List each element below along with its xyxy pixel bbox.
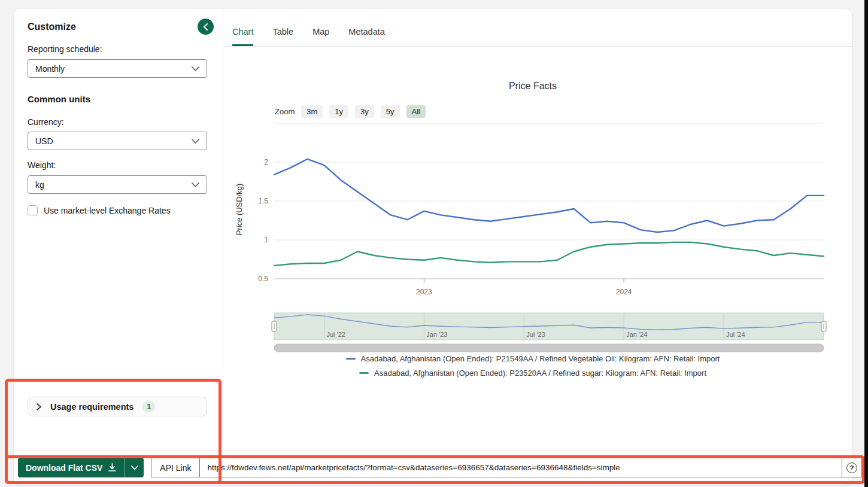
chart-legend: Asadabad, Afghanistan (Open Ended): P215… [233, 354, 832, 378]
y-axis-title: Price (USD/kg) [235, 184, 244, 236]
weight-label: Weight: [28, 160, 56, 170]
usage-requirements-count-badge: 1 [142, 400, 155, 413]
export-footer: Download Flat CSV API Link ? [14, 450, 862, 485]
exchange-rates-row: Use market-level Exchange Rates [28, 205, 171, 215]
y-tick-label: 2 [264, 158, 268, 166]
navigator-tick-label: Jan '23 [426, 331, 447, 338]
zoom-button-3y[interactable]: 3y [355, 105, 374, 118]
customize-title: Customize [28, 22, 76, 32]
tabs-divider [224, 46, 852, 47]
tab-metadata[interactable]: Metadata [348, 27, 384, 46]
navigator-tick-label: Jul '23 [526, 331, 545, 338]
download-flat-csv-button[interactable]: Download Flat CSV [18, 458, 125, 477]
common-units-title: Common units [28, 94, 90, 104]
exchange-rates-checkbox[interactable] [28, 205, 38, 215]
api-link-label: API Link [151, 458, 200, 477]
view-tabs: ChartTableMapMetadata [232, 27, 385, 46]
chevron-down-icon [192, 182, 199, 187]
chevron-down-icon [192, 139, 199, 144]
series-line-1[interactable] [274, 242, 824, 266]
tab-map[interactable]: Map [312, 27, 329, 46]
chevron-down-icon [131, 465, 138, 470]
currency-select[interactable]: USD [28, 132, 207, 150]
sidebar-divider [223, 9, 223, 450]
chevron-down-icon [192, 66, 199, 71]
navigator-tick-label: Jan '24 [626, 331, 647, 338]
usage-requirements-label: Usage requirements [50, 402, 133, 412]
legend-item-1[interactable]: Asadabad, Afghanistan (Open Ended): P235… [359, 369, 706, 378]
api-help-button[interactable]: ? [842, 458, 861, 477]
chevron-right-icon [37, 403, 41, 410]
api-url-row: ? [199, 458, 862, 477]
zoom-buttons: 3m1y3y5yAll [301, 105, 426, 118]
price-chart: 0.511.52Price (USD/kg)20232024 [233, 120, 832, 305]
reporting-schedule-label: Reporting schedule: [28, 44, 102, 54]
tab-table[interactable]: Table [272, 27, 293, 46]
window-edge-bar [864, 0, 868, 487]
chart-navigator[interactable]: Jul '22Jan '23Jul '23Jan '24Jul '24 [233, 312, 832, 357]
legend-item-0[interactable]: Asadabad, Afghanistan (Open Ended): P215… [346, 354, 720, 363]
zoom-label: Zoom [275, 107, 295, 116]
zoom-controls: Zoom 3m1y3y5yAll [275, 105, 426, 118]
download-icon [108, 463, 117, 472]
y-tick-label: 0.5 [258, 275, 268, 283]
legend-label: Asadabad, Afghanistan (Open Ended): P235… [374, 369, 706, 378]
zoom-button-all[interactable]: All [406, 105, 426, 118]
reporting-schedule-value: Monthly [35, 64, 65, 74]
series-line-0[interactable] [274, 159, 824, 232]
navigator-scrollbar[interactable] [274, 344, 824, 352]
weight-value: kg [35, 180, 44, 190]
download-options-button[interactable] [125, 458, 144, 477]
tab-chart[interactable]: Chart [232, 27, 253, 46]
question-mark-icon: ? [846, 462, 857, 473]
download-button-label: Download Flat CSV [26, 463, 102, 473]
legend-dash-icon [346, 358, 356, 360]
chart-title: Price Facts [233, 81, 832, 92]
navigator-tick-label: Jul '22 [326, 331, 345, 338]
y-tick-label: 1 [264, 236, 268, 244]
app-window: Customize Reporting schedule: Monthly Co… [0, 0, 868, 487]
legend-dash-icon [359, 372, 369, 374]
reporting-schedule-select[interactable]: Monthly [28, 59, 207, 78]
content-card: Customize Reporting schedule: Monthly Co… [14, 9, 852, 485]
legend-label: Asadabad, Afghanistan (Open Ended): P215… [361, 354, 720, 363]
x-tick-label: 2024 [616, 288, 632, 296]
api-url-input[interactable] [200, 458, 842, 477]
zoom-button-5y[interactable]: 5y [381, 105, 400, 118]
navigator-tick-label: Jul '24 [726, 331, 745, 338]
collapse-sidebar-button[interactable] [198, 19, 214, 35]
x-tick-label: 2023 [416, 288, 432, 296]
y-tick-label: 1.5 [258, 197, 268, 205]
currency-label: Currency: [28, 117, 64, 127]
weight-select[interactable]: kg [28, 175, 207, 194]
currency-value: USD [35, 136, 53, 146]
usage-requirements-accordion[interactable]: Usage requirements 1 [28, 397, 207, 416]
chevron-left-icon [203, 23, 208, 31]
zoom-button-3m[interactable]: 3m [301, 105, 323, 118]
exchange-rates-label: Use market-level Exchange Rates [44, 206, 171, 215]
download-split-button: Download Flat CSV [18, 458, 144, 477]
zoom-button-1y[interactable]: 1y [329, 105, 348, 118]
